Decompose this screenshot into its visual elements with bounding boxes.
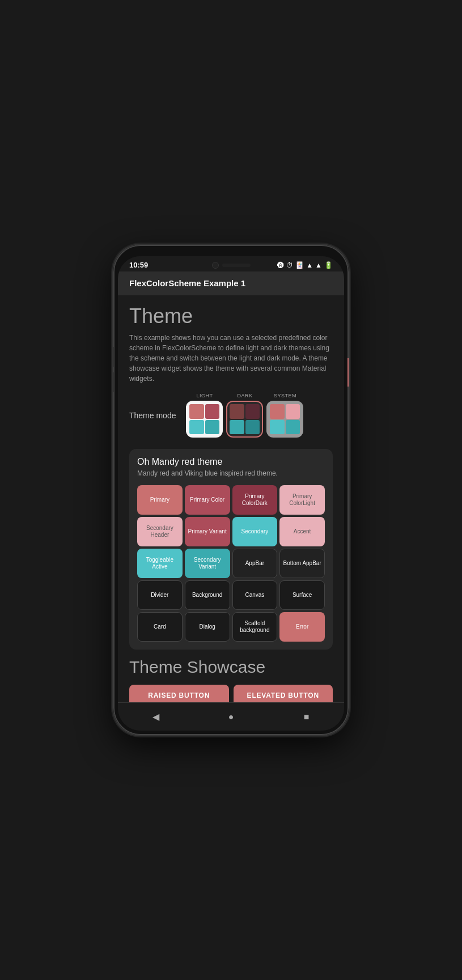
bottom-nav: ◀ ● ■: [118, 702, 344, 731]
color-scaffold: Scaffold background: [232, 612, 278, 642]
light-cell-3: [189, 420, 204, 435]
dark-cell-2: [245, 404, 260, 419]
elevated-button[interactable]: ELEVATED BUTTON: [234, 685, 333, 702]
back-icon: ◀: [152, 711, 159, 722]
power-button: [347, 358, 349, 387]
scheme-description: Mandy red and Viking blue inspired red t…: [137, 469, 325, 477]
theme-mode-label: Theme mode: [129, 411, 176, 420]
color-secondary: Secondary: [232, 517, 278, 546]
scheme-name: Oh Mandy red theme: [137, 457, 325, 467]
color-primary-variant: Primary Variant: [185, 517, 230, 546]
color-card: Card: [137, 612, 183, 642]
color-accent: Accent: [279, 517, 325, 546]
color-primary-light: Primary ColorLight: [279, 485, 325, 515]
light-cell-4: [205, 420, 220, 435]
notification-icon-c: 🃏: [295, 261, 304, 269]
scroll-content[interactable]: Theme This example shows how you can use…: [118, 295, 344, 702]
wifi-icon: ▲: [306, 261, 313, 269]
status-icons: 🅐 ⏱ 🃏 ▲ ▲ 🔋: [277, 261, 333, 269]
color-primary: Primary: [137, 485, 183, 515]
notification-icon-b: ⏱: [286, 261, 293, 269]
light-cell-2: [205, 404, 220, 419]
phone-notch: [212, 262, 251, 269]
color-surface: Surface: [279, 580, 325, 610]
system-cell-4: [286, 420, 300, 435]
dark-cell-4: [245, 420, 260, 435]
dark-theme-grid[interactable]: [226, 401, 263, 438]
home-icon: ●: [228, 712, 234, 722]
scheme-box: Oh Mandy red theme Mandy red and Viking …: [129, 449, 333, 650]
recent-nav-button[interactable]: ■: [300, 710, 313, 724]
theme-option-light[interactable]: LIGHT: [186, 393, 223, 438]
raised-button[interactable]: RAISED BUTTON: [129, 685, 229, 702]
theme-option-dark[interactable]: DARK: [226, 393, 263, 438]
back-nav-button[interactable]: ◀: [149, 710, 163, 724]
color-grid: Primary Primary Color Primary ColorDark …: [137, 485, 325, 642]
showcase-title: Theme Showcase: [129, 657, 333, 677]
color-primary-dark: Primary ColorDark: [232, 485, 278, 515]
color-error: Error: [279, 612, 325, 642]
speaker: [222, 264, 251, 267]
system-theme-grid[interactable]: [266, 401, 303, 438]
dark-label: DARK: [237, 393, 252, 398]
phone-device: 10:59 🅐 ⏱ 🃏 ▲ ▲ 🔋 FlexColorScheme Exampl…: [113, 245, 349, 735]
color-secondary-variant: Secondary Variant: [185, 549, 230, 578]
color-bottom-appbar: Bottom AppBar: [279, 549, 325, 578]
volume-up-button: [113, 347, 114, 367]
system-cell-3: [270, 420, 285, 435]
recent-icon: ■: [304, 712, 310, 722]
app-bar: FlexColorScheme Example 1: [118, 271, 344, 295]
light-theme-grid[interactable]: [186, 401, 223, 438]
notification-icon-a: 🅐: [277, 261, 284, 269]
phone-screen: 10:59 🅐 ⏱ 🃏 ▲ ▲ 🔋 FlexColorScheme Exampl…: [118, 256, 344, 731]
theme-mode-row: Theme mode LIGHT DARK: [129, 393, 333, 438]
dark-cell-1: [230, 404, 244, 419]
volume-down-button: [113, 372, 114, 392]
dark-cell-3: [230, 420, 244, 435]
color-canvas: Canvas: [232, 580, 278, 610]
camera-icon: [212, 262, 219, 269]
color-background: Background: [185, 580, 230, 610]
color-appbar: AppBar: [232, 549, 278, 578]
system-cell-1: [270, 404, 285, 419]
color-dialog: Dialog: [185, 612, 230, 642]
theme-description: This example shows how you can use a sel…: [129, 333, 333, 384]
home-nav-button[interactable]: ●: [224, 710, 238, 724]
color-secondary-header: Secondary Header: [137, 517, 183, 546]
status-time: 10:59: [129, 261, 148, 269]
theme-options: LIGHT DARK: [186, 393, 303, 438]
signal-icon: ▲: [315, 261, 322, 269]
app-bar-title: FlexColorScheme Example 1: [129, 278, 245, 288]
battery-icon: 🔋: [324, 261, 333, 269]
theme-option-system[interactable]: SYSTEM: [266, 393, 303, 438]
color-primary-color: Primary Color: [185, 485, 230, 515]
system-cell-2: [286, 404, 300, 419]
color-divider: Divider: [137, 580, 183, 610]
light-label: LIGHT: [196, 393, 213, 398]
light-cell-1: [189, 404, 204, 419]
color-toggleable: Toggleable Active: [137, 549, 183, 578]
showcase-buttons: RAISED BUTTON ELEVATED BUTTON: [129, 685, 333, 702]
system-label: SYSTEM: [274, 393, 296, 398]
theme-title: Theme: [129, 304, 333, 328]
